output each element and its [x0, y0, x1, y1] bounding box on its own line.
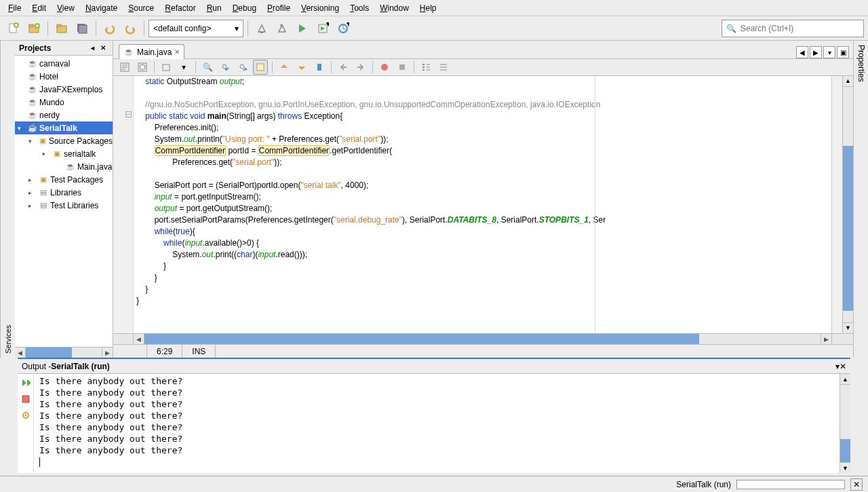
menu-file[interactable]: File [3, 1, 26, 15]
tree-item-javafxexemplos[interactable]: ☕JavaFXExemplos [15, 83, 113, 96]
menu-run[interactable]: Run [201, 1, 227, 15]
editor-vscroll[interactable]: ▲ ▼ [842, 76, 853, 333]
editor-hscroll[interactable]: ◀ ▶ [113, 333, 853, 344]
menu-refactor[interactable]: Refactor [159, 1, 201, 15]
profile-button[interactable]: ▾ [334, 19, 353, 38]
tree-item-carnaval[interactable]: ☕carnaval [15, 57, 113, 70]
tree-item-serialtalk[interactable]: ▾▣serialtalk [15, 147, 113, 160]
toggle-bookmark-button[interactable] [312, 60, 327, 75]
tree-item-hotel[interactable]: ☕Hotel [15, 70, 113, 83]
twisty-closed-icon[interactable]: ▸ [28, 189, 37, 196]
output-vscroll-thumb[interactable] [840, 439, 850, 462]
find-button[interactable]: 🔍 [200, 60, 215, 75]
code-editor[interactable]: − static OutputStream output; //gnu.io.N… [113, 76, 853, 333]
search-input[interactable] [741, 24, 859, 33]
run-button[interactable] [293, 19, 312, 38]
twisty-closed-icon[interactable]: ▸ [28, 176, 37, 183]
menu-profile[interactable]: Profile [262, 1, 296, 15]
tab-list-button[interactable]: ▾ [823, 46, 835, 58]
menu-source[interactable]: Source [123, 1, 159, 15]
build-button[interactable] [252, 19, 271, 38]
menu-help[interactable]: Help [414, 1, 442, 15]
fold-toggle-icon[interactable]: − [125, 111, 132, 117]
highlight-toggle-button[interactable] [253, 60, 268, 75]
menu-debug[interactable]: Debug [227, 1, 262, 15]
find-prev-button[interactable] [218, 60, 233, 75]
tree-item-mundo[interactable]: ☕Mundo [15, 96, 113, 109]
tree-item-test-libraries[interactable]: ▸▤Test Libraries [15, 199, 113, 212]
editor-gutter[interactable]: − [113, 76, 134, 333]
scroll-left-icon[interactable]: ◀ [15, 347, 26, 358]
tab-close-icon[interactable]: ✕ [174, 48, 180, 56]
find-next-button[interactable] [235, 60, 250, 75]
projects-tree[interactable]: ☕carnaval☕Hotel☕JavaFXExemplos☕Mundo☕ner… [15, 56, 113, 347]
scroll-up-icon[interactable]: ▲ [840, 374, 850, 385]
tree-item-serialtalk[interactable]: ▾☕SerialTalk [15, 121, 113, 134]
uncomment-button[interactable] [436, 60, 451, 75]
global-search[interactable]: 🔍 [722, 20, 864, 37]
properties-tab[interactable]: Properties [853, 41, 868, 358]
source-button[interactable] [117, 60, 132, 75]
twisty-open-icon[interactable]: ▾ [18, 125, 26, 132]
output-text[interactable]: Is there anybody out there? Is there any… [34, 374, 840, 473]
shift-left-button[interactable] [336, 60, 351, 75]
tree-item-main-java[interactable]: ☕Main.java [15, 160, 113, 173]
scroll-up-icon[interactable]: ▲ [843, 76, 853, 87]
vscroll-thumb[interactable] [843, 146, 853, 311]
tree-item-source-packages[interactable]: ▾▣Source Packages [15, 134, 113, 147]
clean-build-button[interactable] [273, 19, 292, 38]
scroll-left-icon[interactable]: ◀ [134, 334, 144, 344]
undo-button[interactable] [100, 19, 119, 38]
shift-right-button[interactable] [353, 60, 368, 75]
code-content[interactable]: static OutputStream output; //gnu.io.NoS… [134, 76, 831, 333]
twisty-open-icon[interactable]: ▾ [28, 138, 36, 145]
tree-item-test-packages[interactable]: ▸▣Test Packages [15, 173, 113, 186]
tree-item-nerdy[interactable]: ☕nerdy [15, 109, 113, 121]
hscroll-thumb[interactable] [144, 334, 699, 344]
last-edit-button[interactable] [159, 60, 174, 75]
twisty-closed-icon[interactable]: ▸ [28, 202, 37, 209]
editor-tab-main[interactable]: ☕ Main.java ✕ [119, 44, 184, 59]
menu-window[interactable]: Window [374, 1, 414, 15]
macro-stop-button[interactable] [395, 60, 410, 75]
scroll-right-icon[interactable]: ▶ [102, 347, 113, 358]
tree-item-libraries[interactable]: ▸▤Libraries [15, 186, 113, 199]
menu-navigate[interactable]: Navigate [80, 1, 123, 15]
menu-tools[interactable]: Tools [344, 1, 374, 15]
run-stop-button[interactable]: ✕ [850, 478, 863, 491]
services-tab[interactable]: Services [0, 41, 15, 358]
next-bookmark-button[interactable] [294, 60, 309, 75]
twisty-open-icon[interactable]: ▾ [42, 151, 50, 157]
scroll-thumb[interactable] [26, 347, 72, 358]
prev-bookmark-button[interactable] [277, 60, 292, 75]
debug-button[interactable]: ▾ [313, 19, 332, 38]
projects-hscroll[interactable]: ◀ ▶ [15, 347, 113, 358]
scroll-down-icon[interactable]: ▼ [840, 462, 850, 473]
settings-output-button[interactable] [20, 409, 32, 421]
macro-record-button[interactable] [377, 60, 392, 75]
config-selector[interactable]: <default config>▾ [149, 20, 243, 37]
tab-prev-button[interactable]: ◀ [796, 46, 808, 58]
scroll-down-icon[interactable]: ▼ [843, 322, 853, 333]
redo-button[interactable] [121, 19, 140, 38]
menu-versioning[interactable]: Versioning [296, 1, 344, 15]
comment-button[interactable] [418, 60, 433, 75]
close-icon[interactable]: ✕ [98, 43, 108, 54]
minimize-icon[interactable]: ◂ [87, 43, 98, 54]
new-project-button[interactable] [24, 19, 43, 38]
output-close-icon[interactable]: ✕ [840, 362, 846, 371]
tab-next-button[interactable]: ▶ [810, 46, 822, 58]
save-all-button[interactable] [73, 19, 92, 38]
menu-edit[interactable]: Edit [26, 1, 52, 15]
history-button[interactable] [135, 60, 150, 75]
dropdown-button[interactable]: ▾ [176, 60, 191, 75]
glyph-overview[interactable] [831, 76, 842, 333]
open-project-button[interactable] [52, 19, 71, 38]
stop-output-button[interactable] [20, 393, 32, 405]
new-file-button[interactable] [4, 19, 23, 38]
rerun-button[interactable] [20, 377, 32, 389]
tab-maximize-button[interactable]: ▣ [837, 46, 849, 58]
output-vscroll[interactable]: ▲ ▼ [840, 374, 850, 473]
menu-view[interactable]: View [52, 1, 80, 15]
scroll-right-icon[interactable]: ▶ [821, 334, 831, 344]
